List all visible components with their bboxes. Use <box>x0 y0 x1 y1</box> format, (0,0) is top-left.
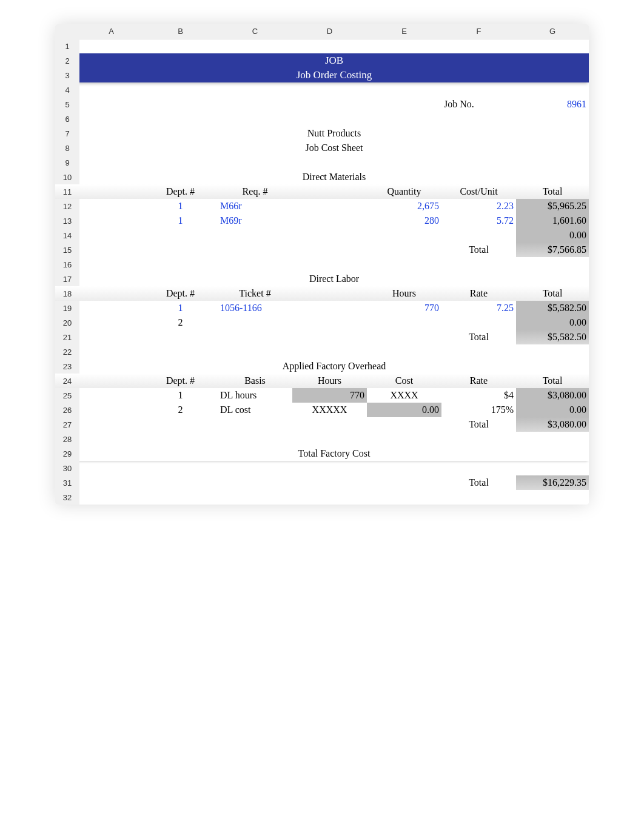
cell[interactable] <box>292 213 367 228</box>
row-header[interactable]: 4 <box>55 82 79 97</box>
cell[interactable] <box>292 301 367 315</box>
cell[interactable] <box>292 184 367 199</box>
row-header[interactable]: 13 <box>55 213 79 228</box>
oh-total-value[interactable]: $3,080.00 <box>516 417 589 432</box>
dm-total-value[interactable]: $7,566.85 <box>516 243 589 257</box>
row-header[interactable]: 21 <box>55 330 79 344</box>
row-header[interactable]: 32 <box>55 490 79 505</box>
company-name[interactable]: Nutt Products <box>79 126 589 141</box>
dm-req[interactable]: M66r <box>218 199 292 213</box>
cell[interactable] <box>292 199 367 213</box>
oh-total-label[interactable]: Total <box>441 417 516 432</box>
oh-hdr-cost[interactable]: Cost <box>367 374 441 388</box>
oh-cost[interactable]: XXXX <box>367 388 441 403</box>
dm-total-label[interactable]: Total <box>441 243 516 257</box>
row-header[interactable]: 1 <box>55 39 79 53</box>
sheet-title[interactable]: Job Cost Sheet <box>79 141 589 155</box>
cell[interactable] <box>79 388 143 403</box>
oh-rate[interactable]: $4 <box>441 388 516 403</box>
banner-line1[interactable]: JOB <box>79 53 589 68</box>
row-header[interactable]: 31 <box>55 475 79 490</box>
dl-hdr-rate[interactable]: Rate <box>441 286 516 301</box>
dm-qty[interactable]: 2,675 <box>367 199 441 213</box>
oh-heading[interactable]: Applied Factory Overhead <box>79 359 589 374</box>
cell[interactable] <box>79 475 441 490</box>
cell[interactable] <box>79 374 143 388</box>
grand-total-value[interactable]: $16,229.35 <box>516 475 589 490</box>
dm-hdr-qty[interactable]: Quantity <box>367 184 441 199</box>
col-header-g[interactable]: G <box>516 24 589 39</box>
cell[interactable] <box>79 82 589 97</box>
dm-qty[interactable]: 280 <box>367 213 441 228</box>
dm-hdr-req[interactable]: Req. # <box>218 184 292 199</box>
row-header[interactable]: 19 <box>55 301 79 315</box>
cell[interactable] <box>218 97 292 112</box>
dl-hdr-ticket[interactable]: Ticket # <box>218 286 292 301</box>
cell[interactable] <box>218 315 516 330</box>
dl-dept[interactable]: 1 <box>143 301 218 315</box>
oh-dept[interactable]: 2 <box>143 403 218 417</box>
col-header-d[interactable]: D <box>292 24 367 39</box>
col-header-c[interactable]: C <box>218 24 292 39</box>
oh-total[interactable]: $3,080.00 <box>516 388 589 403</box>
cell[interactable] <box>79 330 441 344</box>
row-header[interactable]: 25 <box>55 388 79 403</box>
dl-rate[interactable]: 7.25 <box>441 301 516 315</box>
row-header[interactable]: 12 <box>55 199 79 213</box>
jobno-value[interactable]: 8961 <box>516 97 589 112</box>
cell[interactable] <box>79 213 143 228</box>
dl-total-value[interactable]: $5,582.50 <box>516 330 589 344</box>
row-header[interactable]: 27 <box>55 417 79 432</box>
dm-dept[interactable]: 1 <box>143 213 218 228</box>
oh-dept[interactable]: 1 <box>143 388 218 403</box>
dl-dept[interactable]: 2 <box>143 315 218 330</box>
dl-hours[interactable]: 770 <box>367 301 441 315</box>
row-header[interactable]: 29 <box>55 446 79 461</box>
oh-basis[interactable]: DL cost <box>218 403 292 417</box>
dl-heading[interactable]: Direct Labor <box>79 272 589 286</box>
oh-cost[interactable]: 0.00 <box>367 403 441 417</box>
dm-hdr-cu[interactable]: Cost/Unit <box>441 184 516 199</box>
dm-total[interactable]: $5,965.25 <box>516 199 589 213</box>
cell[interactable] <box>79 97 143 112</box>
row-header[interactable]: 18 <box>55 286 79 301</box>
dl-total[interactable]: 0.00 <box>516 315 589 330</box>
row-header[interactable]: 30 <box>55 461 79 475</box>
cell[interactable] <box>79 257 589 272</box>
cell[interactable] <box>292 286 367 301</box>
grand-total-label[interactable]: Total <box>441 475 516 490</box>
dm-dept[interactable]: 1 <box>143 199 218 213</box>
row-header[interactable]: 22 <box>55 344 79 359</box>
cell[interactable] <box>79 155 589 170</box>
dm-hdr-dept[interactable]: Dept. # <box>143 184 218 199</box>
cell[interactable] <box>79 112 589 126</box>
oh-total[interactable]: 0.00 <box>516 403 589 417</box>
oh-rate[interactable]: 175% <box>441 403 516 417</box>
cell[interactable] <box>79 228 516 243</box>
oh-hdr-dept[interactable]: Dept. # <box>143 374 218 388</box>
cell[interactable] <box>79 301 143 315</box>
jobno-label[interactable]: Job No. <box>441 97 516 112</box>
cell[interactable] <box>79 39 589 53</box>
dm-total[interactable]: 1,601.60 <box>516 213 589 228</box>
col-header-b[interactable]: B <box>143 24 218 39</box>
dm-req[interactable]: M69r <box>218 213 292 228</box>
row-header[interactable]: 17 <box>55 272 79 286</box>
cell[interactable] <box>79 243 441 257</box>
row-header[interactable]: 9 <box>55 155 79 170</box>
dl-ticket[interactable]: 1056-1166 <box>218 301 292 315</box>
col-header-f[interactable]: F <box>441 24 516 39</box>
dm-cu[interactable]: 5.72 <box>441 213 516 228</box>
oh-hdr-hours[interactable]: Hours <box>292 374 367 388</box>
cell[interactable] <box>79 490 589 505</box>
col-header-e[interactable]: E <box>367 24 441 39</box>
dm-heading[interactable]: Direct Materials <box>79 170 589 184</box>
row-header[interactable]: 3 <box>55 68 79 82</box>
row-header[interactable]: 23 <box>55 359 79 374</box>
col-header-a[interactable]: A <box>79 24 143 39</box>
cell[interactable] <box>79 286 143 301</box>
dl-hdr-dept[interactable]: Dept. # <box>143 286 218 301</box>
cell[interactable] <box>79 184 143 199</box>
dl-total[interactable]: $5,582.50 <box>516 301 589 315</box>
dm-hdr-total[interactable]: Total <box>516 184 589 199</box>
